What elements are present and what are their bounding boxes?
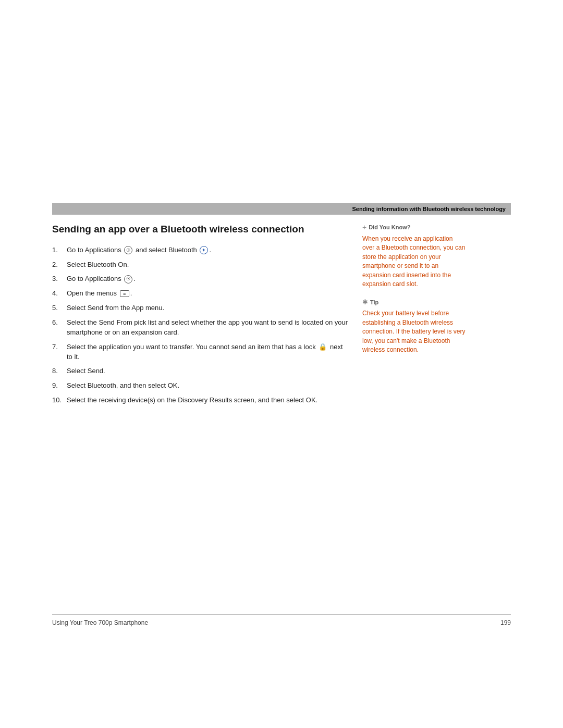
step-text: Select the Send From pick list and selec… <box>67 318 349 338</box>
bluetooth-icon: ✦ <box>200 246 208 254</box>
step-number: 8. <box>52 366 67 376</box>
list-item: 8. Select Send. <box>52 366 349 376</box>
list-item: 9. Select Bluetooth, and then select OK. <box>52 381 349 391</box>
step-text: Select the application you want to trans… <box>67 342 349 362</box>
snowflake-icon: ✱ <box>362 298 368 306</box>
step-number: 7. <box>52 342 67 352</box>
list-item: 10. Select the receiving device(s) on th… <box>52 396 349 405</box>
did-you-know-header: + Did You Know? <box>362 223 467 231</box>
step-number: 6. <box>52 318 67 328</box>
plus-icon: + <box>362 223 366 231</box>
list-item: 5. Select Send from the App menu. <box>52 303 349 313</box>
list-item: 2. Select Bluetooth On. <box>52 260 349 270</box>
footer: Using Your Treo 700p Smartphone 199 <box>52 614 511 626</box>
list-item: 6. Select the Send From pick list and se… <box>52 318 349 338</box>
did-you-know-title: Did You Know? <box>369 224 410 230</box>
list-item: 4. Open the menus ≡. <box>52 289 349 299</box>
step-text: Go to Applications ☉. <box>67 274 349 284</box>
applications-icon: ☉ <box>124 246 132 254</box>
list-item: 7. Select the application you want to tr… <box>52 342 349 362</box>
sidebar: + Did You Know? When you receive an appl… <box>362 223 467 354</box>
tip-header: ✱ Tip <box>362 298 467 306</box>
lock-icon: 🔒 <box>319 342 327 352</box>
section-title: Sending an app over a Bluetooth wireless… <box>52 223 349 236</box>
list-item: 1. Go to Applications ☉ and select Bluet… <box>52 245 349 255</box>
step-number: 5. <box>52 303 67 313</box>
header-bar-text: Sending information with Bluetooth wirel… <box>352 206 506 212</box>
page: Sending information with Bluetooth wirel… <box>0 0 563 728</box>
step-number: 3. <box>52 274 67 284</box>
footer-left: Using Your Treo 700p Smartphone <box>52 619 148 626</box>
step-number: 2. <box>52 260 67 270</box>
steps-list: 1. Go to Applications ☉ and select Bluet… <box>52 245 349 405</box>
list-item: 3. Go to Applications ☉. <box>52 274 349 284</box>
step-text: Open the menus ≡. <box>67 289 349 299</box>
step-text: Select the receiving device(s) on the Di… <box>67 396 349 405</box>
step-text: Select Send. <box>67 366 349 376</box>
footer-right: 199 <box>500 619 511 626</box>
step-number: 10. <box>52 396 67 405</box>
step-number: 9. <box>52 381 67 391</box>
tip-title: Tip <box>370 299 378 305</box>
step-text: Go to Applications ☉ and select Bluetoot… <box>67 245 349 255</box>
tip-text: Check your battery level before establis… <box>362 309 467 354</box>
step-text: Select Bluetooth On. <box>67 260 349 270</box>
step-number: 4. <box>52 289 67 299</box>
applications-icon: ☉ <box>124 275 132 283</box>
main-content: Sending an app over a Bluetooth wireless… <box>52 223 349 410</box>
header-bar: Sending information with Bluetooth wirel… <box>52 203 511 215</box>
step-text: Select Bluetooth, and then select OK. <box>67 381 349 391</box>
step-text: Select Send from the App menu. <box>67 303 349 313</box>
step-number: 1. <box>52 245 67 255</box>
menu-icon: ≡ <box>120 290 129 297</box>
did-you-know-text: When you receive an application over a B… <box>362 235 467 289</box>
